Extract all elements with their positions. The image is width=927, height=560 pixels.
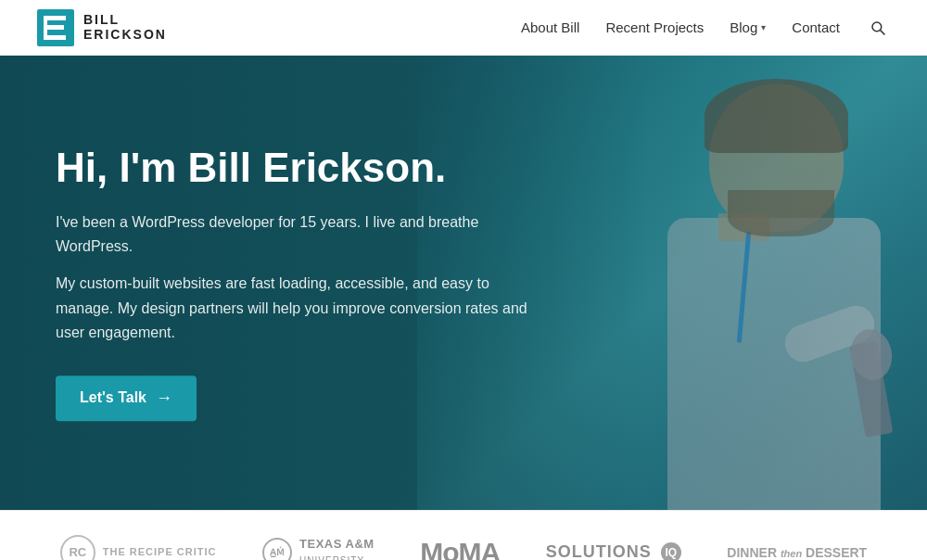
nav-projects[interactable]: Recent Projects: [605, 19, 704, 35]
recipe-critic-label: THE RECIPE CRITIC: [103, 545, 217, 558]
svg-rect-5: [60, 25, 64, 30]
hero-section: Hi, I'm Bill Erickson. I've been a WordP…: [0, 56, 927, 510]
logo-texas-am: A̲Ṁ TEXAS A&MUNIVERSITY.: [262, 537, 375, 560]
logo-text: BILL ERICKSON: [83, 13, 167, 42]
svg-point-7: [872, 22, 882, 32]
search-icon: [870, 19, 886, 36]
svg-rect-4: [62, 16, 66, 20]
site-logo[interactable]: BILL ERICKSON: [37, 9, 167, 46]
nav-blog[interactable]: Blog ▾: [730, 19, 766, 35]
solutions-text: SOLUTIONS: [546, 542, 652, 560]
hero-desc2: My custom-built websites are fast loadin…: [56, 273, 538, 346]
svg-rect-2: [47, 25, 60, 30]
cta-label: Let's Talk: [80, 389, 146, 406]
logo-moma: MoMA: [420, 537, 500, 561]
cta-arrow-icon: →: [156, 388, 172, 408]
nav-blog-label: Blog: [730, 19, 757, 35]
logo-name-bill: BILL: [83, 13, 167, 27]
svg-line-8: [881, 30, 885, 34]
recipe-critic-icon: RC: [60, 535, 95, 561]
nav-about[interactable]: About Bill: [521, 19, 579, 35]
logo-recipe-critic: RC THE RECIPE CRITIC: [60, 535, 217, 561]
logo-svg: [44, 16, 68, 40]
moma-text: MoMA: [420, 537, 500, 561]
hero-title: Hi, I'm Bill Erickson.: [56, 145, 538, 192]
svg-rect-6: [62, 35, 66, 40]
logo-icon: [37, 9, 74, 46]
search-button[interactable]: [866, 16, 890, 40]
main-nav: About Bill Recent Projects Blog ▾ Contac…: [521, 16, 890, 40]
svg-rect-1: [47, 16, 62, 20]
svg-rect-3: [47, 35, 62, 40]
dinner-dessert-text: DINNER then DESSERT: [727, 545, 867, 560]
logo-name-erickson: ERICKSON: [83, 28, 167, 42]
client-logos-strip: RC THE RECIPE CRITIC A̲Ṁ TEXAS A&MUNIVER…: [0, 510, 927, 560]
cta-button[interactable]: Let's Talk →: [56, 375, 197, 421]
nav-contact[interactable]: Contact: [792, 19, 840, 35]
hero-content: Hi, I'm Bill Erickson. I've been a WordP…: [56, 145, 538, 421]
texas-am-label: TEXAS A&MUNIVERSITY.: [299, 537, 375, 560]
chevron-down-icon: ▾: [761, 22, 766, 32]
site-header: BILL ERICKSON About Bill Recent Projects…: [0, 0, 927, 56]
texas-am-seal: A̲Ṁ: [262, 538, 292, 561]
iq-badge: IQ: [661, 542, 681, 561]
logo-solutions-iq: SOLUTIONS IQ: [546, 542, 681, 561]
svg-rect-0: [44, 16, 47, 40]
hero-desc1: I've been a WordPress developer for 15 y…: [56, 210, 538, 260]
logo-dinner-dessert: DINNER then DESSERT: [727, 545, 867, 560]
